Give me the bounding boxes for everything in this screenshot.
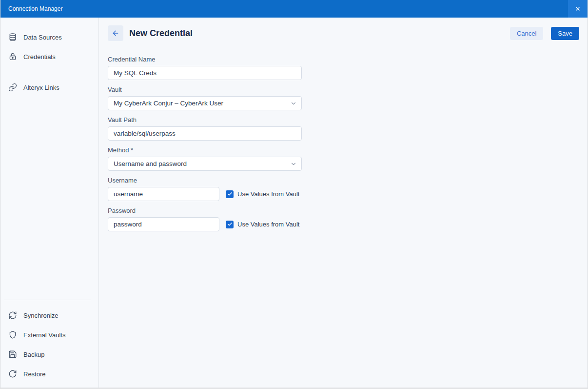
- sidebar-item-label: Restore: [23, 370, 46, 378]
- chevron-down-icon: [290, 161, 297, 167]
- title-bar: Connection Manager: [0, 0, 588, 18]
- checkbox-label: Use Values from Vault: [237, 190, 299, 198]
- sync-icon: [8, 311, 17, 320]
- sidebar-item-data-sources[interactable]: Data Sources: [0, 27, 98, 47]
- sidebar-item-synchronize[interactable]: Synchronize: [0, 306, 98, 325]
- method-select[interactable]: Username and password: [108, 157, 302, 171]
- sidebar-item-credentials[interactable]: Credentials: [0, 47, 98, 66]
- window-title: Connection Manager: [0, 5, 568, 12]
- vault-path-label: Vault Path: [108, 116, 579, 123]
- username-use-vault-checkbox[interactable]: Use Values from Vault: [226, 190, 299, 198]
- credential-name-label: Credential Name: [108, 56, 579, 63]
- vault-selected-value: My CyberArk Conjur – CyberArk User: [114, 100, 223, 107]
- connection-manager-window: Connection Manager Data Sources: [0, 0, 588, 389]
- credential-name-input[interactable]: [108, 66, 302, 80]
- password-use-vault-checkbox[interactable]: Use Values from Vault: [226, 221, 299, 228]
- sidebar-item-backup[interactable]: Backup: [0, 345, 98, 364]
- vault-path-group: Vault Path: [108, 116, 579, 141]
- page-header: New Credential Cancel Save: [108, 25, 579, 41]
- shield-icon: [8, 330, 17, 339]
- cancel-button[interactable]: Cancel: [510, 27, 543, 40]
- method-label: Method *: [108, 146, 579, 154]
- checkbox-label: Use Values from Vault: [237, 221, 299, 228]
- sidebar-item-alteryx-links[interactable]: Alteryx Links: [0, 78, 98, 97]
- sidebar-spacer: [0, 97, 98, 294]
- checkbox-checked-icon: [226, 190, 234, 198]
- close-button[interactable]: [568, 0, 588, 18]
- sidebar: Data Sources Credentials: [0, 18, 99, 388]
- username-group: Username Use Values from Vault: [108, 177, 579, 201]
- method-selected-value: Username and password: [114, 160, 187, 167]
- close-icon: [575, 6, 581, 12]
- sidebar-item-label: Alteryx Links: [23, 84, 59, 91]
- save-button[interactable]: Save: [551, 27, 579, 40]
- vault-group: Vault My CyberArk Conjur – CyberArk User: [108, 86, 579, 110]
- chevron-down-icon: [290, 100, 297, 107]
- link-icon: [8, 83, 17, 92]
- sidebar-item-label: Credentials: [23, 53, 56, 61]
- database-icon: [8, 33, 17, 41]
- sidebar-divider-bottom: [4, 300, 91, 300]
- sidebar-item-restore[interactable]: Restore: [0, 364, 98, 384]
- sidebar-item-label: Data Sources: [23, 34, 62, 41]
- credential-form: Credential Name Vault My CyberArk Conjur…: [108, 56, 579, 231]
- lock-icon: [8, 52, 17, 61]
- vault-select[interactable]: My CyberArk Conjur – CyberArk User: [108, 96, 302, 110]
- restore-icon: [8, 369, 17, 378]
- sidebar-item-label: External Vaults: [23, 331, 65, 339]
- password-group: Password Use Values from Vault: [108, 207, 579, 231]
- page-title: New Credential: [129, 28, 510, 39]
- username-input[interactable]: [108, 187, 219, 201]
- credential-name-group: Credential Name: [108, 56, 579, 80]
- sidebar-divider: [4, 72, 91, 72]
- method-group: Method * Username and password: [108, 146, 579, 171]
- back-button[interactable]: [108, 25, 123, 41]
- main-panel: New Credential Cancel Save Credential Na…: [99, 18, 588, 388]
- password-input[interactable]: [108, 217, 219, 231]
- checkbox-checked-icon: [226, 221, 234, 228]
- password-label: Password: [108, 207, 579, 214]
- sidebar-item-label: Backup: [23, 351, 44, 358]
- sidebar-item-external-vaults[interactable]: External Vaults: [0, 325, 98, 345]
- save-icon: [8, 350, 17, 359]
- arrow-left-icon: [112, 29, 119, 37]
- username-label: Username: [108, 177, 579, 184]
- sidebar-item-label: Synchronize: [23, 312, 59, 319]
- vault-path-input[interactable]: [108, 126, 302, 141]
- vault-label: Vault: [108, 86, 579, 93]
